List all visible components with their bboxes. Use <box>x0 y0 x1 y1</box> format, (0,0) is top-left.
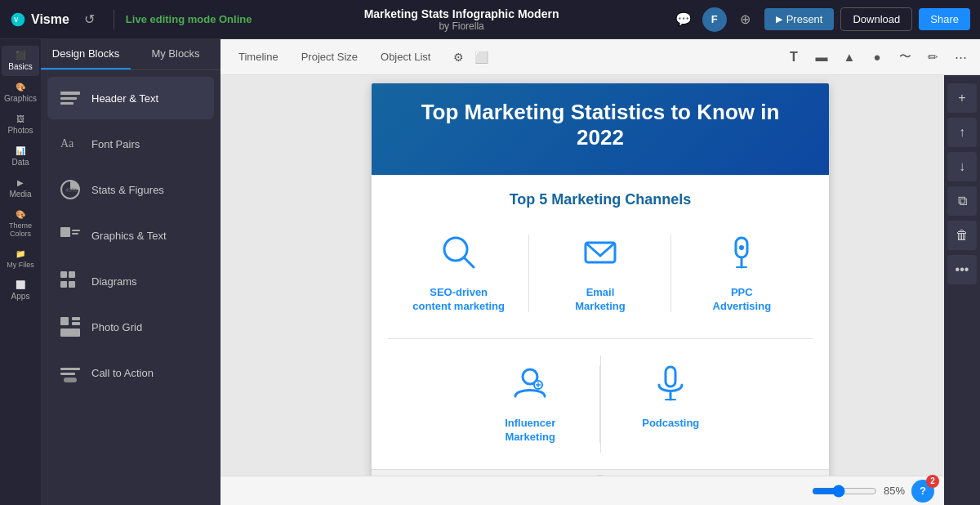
live-editing-label: Live editing mode Online <box>126 13 252 25</box>
sidebar-item-apps[interactable]: ⬜ Apps <box>2 275 39 306</box>
panel-items-list: Header & Text Aa Font Pairs 40% Stats & … <box>41 70 220 505</box>
basics-label: Basics <box>8 62 32 71</box>
project-by: by Fiorella <box>260 20 662 32</box>
undo-button[interactable]: ↺ <box>78 7 102 32</box>
topbar-right: 💬 F ⊕ Present Download Share <box>671 7 970 32</box>
panel-item-graphics-text[interactable]: Graphics & Text <box>47 214 214 257</box>
channel-email: Email Marketing <box>529 225 670 322</box>
graphics-icon: 🎨 <box>16 83 25 92</box>
share-collaborator-button[interactable]: ⊕ <box>733 7 758 32</box>
svg-rect-2 <box>60 92 80 95</box>
more-tools-button[interactable]: ⋯ <box>949 46 972 69</box>
stats-figures-icon: 40% <box>57 177 83 203</box>
pen-tool-button[interactable]: ✏ <box>921 46 944 69</box>
tab-my-blocks[interactable]: My Blocks <box>131 39 220 69</box>
design-blocks-panel: Design Blocks My Blocks Header & Text Aa… <box>41 39 220 505</box>
channels-title: Top 5 Marketing Channels <box>388 191 813 208</box>
panel-item-call-to-action[interactable]: Call to Action <box>47 351 214 394</box>
svg-line-23 <box>464 257 474 267</box>
photo-grid-icon <box>57 314 83 340</box>
panel-item-diagrams[interactable]: Diagrams <box>47 260 214 302</box>
ppc-icon <box>679 233 804 279</box>
graphics-label: Graphics <box>4 94 37 103</box>
comment-button[interactable]: 💬 <box>671 7 696 32</box>
apps-icon: ⬜ <box>16 280 25 289</box>
panel-tabs: Design Blocks My Blocks <box>41 39 220 70</box>
canvas[interactable]: Top Marketing Statistics to Know in 2022… <box>372 83 829 505</box>
zoom-slider[interactable] <box>812 485 877 498</box>
seo-icon <box>396 233 521 279</box>
svg-rect-17 <box>72 322 80 325</box>
email-label: Email Marketing <box>537 286 662 314</box>
channel-influencer: Influencer Marketing <box>460 355 600 453</box>
sidebar-item-theme-colors[interactable]: 🎨 Theme Colors <box>2 205 39 243</box>
svg-point-26 <box>739 245 744 250</box>
svg-rect-12 <box>69 271 75 278</box>
text-tool-button[interactable]: T <box>782 46 805 69</box>
photos-icon: 🖼 <box>16 114 24 123</box>
bottom-bar: 85% ?2 <box>220 476 944 505</box>
tab-design-blocks[interactable]: Design Blocks <box>41 39 131 69</box>
channel-seo: SEO-driven content marketing <box>388 225 529 322</box>
svg-rect-33 <box>666 367 675 387</box>
media-label: Media <box>9 190 31 199</box>
header-text-icon <box>57 85 83 111</box>
svg-text:Aa: Aa <box>60 137 74 150</box>
channels-top-row: SEO-driven content marketing Email Marke <box>388 225 813 339</box>
canvas-container[interactable]: Top Marketing Statistics to Know in 2022… <box>220 75 980 505</box>
tab-object-list[interactable]: Object List <box>371 46 440 68</box>
delete-button[interactable]: 🗑 <box>947 221 977 250</box>
circle-tool-button[interactable]: ● <box>866 46 889 69</box>
share-button[interactable]: Share <box>919 8 970 30</box>
panel-item-photo-grid-label: Photo Grid <box>91 321 142 333</box>
panel-item-stats-figures[interactable]: 40% Stats & Figures <box>47 168 214 211</box>
frame-icon-button[interactable]: ⬜ <box>471 47 491 67</box>
duplicate-button[interactable]: ⧉ <box>947 186 977 216</box>
svg-rect-4 <box>60 102 74 105</box>
panel-item-header-text[interactable]: Header & Text <box>47 77 214 119</box>
help-button[interactable]: ?2 <box>911 480 934 503</box>
logo[interactable]: V Visme <box>10 11 69 28</box>
move-down-button[interactable]: ↓ <box>947 152 977 181</box>
present-button[interactable]: Present <box>764 8 835 30</box>
settings-icon-button[interactable]: ⚙ <box>448 47 468 67</box>
notification-badge: 2 <box>926 475 939 488</box>
svg-rect-15 <box>60 317 69 325</box>
panel-item-photo-grid[interactable]: Photo Grid <box>47 306 214 348</box>
download-button[interactable]: Download <box>840 7 912 31</box>
sidebar-item-media[interactable]: ▶ Media <box>2 173 39 203</box>
main-layout: ⬛ Basics 🎨 Graphics 🖼 Photos 📊 Data ▶ Me… <box>0 39 980 505</box>
media-icon: ▶ <box>17 178 24 187</box>
separator <box>114 10 114 29</box>
seo-label: SEO-driven content marketing <box>396 286 521 314</box>
sidebar-item-my-files[interactable]: 📁 My Files <box>2 244 39 274</box>
font-pairs-icon: Aa <box>57 131 83 157</box>
move-up-button[interactable]: ↑ <box>947 118 977 147</box>
triangle-tool-button[interactable]: ▲ <box>838 46 861 69</box>
panel-item-font-pairs[interactable]: Aa Font Pairs <box>47 123 214 165</box>
avatar[interactable]: F <box>702 7 727 32</box>
icon-bar: ⬛ Basics 🎨 Graphics 🖼 Photos 📊 Data ▶ Me… <box>0 39 41 505</box>
channels-bottom-row: Influencer Marketing <box>388 339 813 453</box>
svg-rect-8 <box>60 227 70 237</box>
sidebar-item-graphics[interactable]: 🎨 Graphics <box>2 78 39 108</box>
rectangle-tool-button[interactable]: ▬ <box>810 46 833 69</box>
tab-project-size[interactable]: Project Size <box>292 46 368 68</box>
svg-rect-3 <box>60 97 77 100</box>
basics-icon: ⬛ <box>16 51 25 60</box>
svg-text:V: V <box>14 16 19 24</box>
path-tool-button[interactable]: 〜 <box>893 46 916 69</box>
podcasting-label: Podcasting <box>609 417 733 431</box>
panel-item-font-pairs-label: Font Pairs <box>91 138 140 150</box>
add-block-button[interactable]: + <box>947 83 977 113</box>
sidebar-item-basics[interactable]: ⬛ Basics <box>2 46 39 76</box>
influencer-label: Influencer Marketing <box>468 417 592 445</box>
svg-rect-16 <box>72 317 80 320</box>
tab-timeline[interactable]: Timeline <box>229 46 288 68</box>
visme-logo-icon: V <box>10 11 26 28</box>
sidebar-item-data[interactable]: 📊 Data <box>2 141 39 172</box>
panel-item-stats-figures-label: Stats & Figures <box>91 184 164 196</box>
sidebar-item-photos[interactable]: 🖼 Photos <box>2 109 39 140</box>
panel-item-diagrams-label: Diagrams <box>91 275 137 288</box>
more-options-button[interactable]: ••• <box>947 255 977 284</box>
